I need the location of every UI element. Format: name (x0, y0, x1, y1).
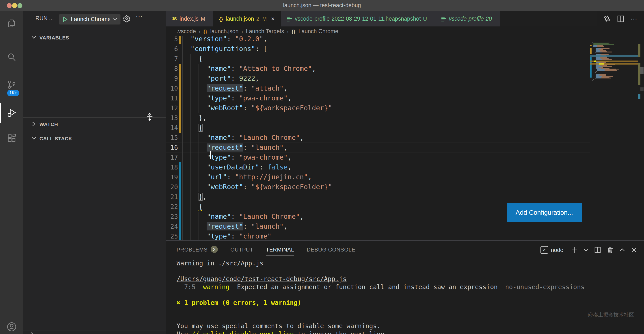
code-text: "url": "http://juejin.cn", (182, 172, 312, 182)
code-text: "version": "0.2.0", (182, 36, 267, 44)
minimap[interactable] (590, 36, 638, 240)
panel-tab-terminal[interactable]: TERMINAL (266, 241, 294, 259)
variables-watch-sash[interactable] (23, 118, 166, 118)
line-number: 20 (166, 182, 178, 192)
sidebar-title: RUN ... (36, 11, 54, 26)
debug-configuration-picker[interactable]: Launch Chrome (59, 14, 120, 25)
code-line-5[interactable]: 5 "version": "0.2.0", (166, 36, 590, 44)
terminal-dropdown-chevron-icon[interactable] (584, 248, 588, 252)
terminal-shell-selector[interactable]: > node (540, 246, 563, 254)
close-panel-icon[interactable] (631, 247, 637, 253)
extensions-icon[interactable] (0, 127, 23, 149)
code-line-13[interactable]: 13 }, (166, 113, 590, 123)
code-line-12[interactable]: 12 "webRoot": "${workspaceFolder}" (166, 103, 590, 113)
code-text: "request": "attach", (182, 84, 288, 93)
heapsnapshot-list-icon (441, 16, 446, 21)
editor-tab-index.js[interactable]: JSindex.jsM (166, 11, 213, 26)
tab-strip: JSindex.jsM{}launch.json2, M×vscode-prof… (166, 11, 500, 26)
minimap-warning-highlight (594, 60, 596, 62)
code-line-20[interactable]: 20 "webRoot": "${workspaceFolder}" (166, 182, 590, 192)
gutter-modified-indicator (179, 64, 180, 74)
code-line-8[interactable]: 8 "name": "Attach to Chrome", (166, 64, 590, 74)
panel-tab-debug-console[interactable]: DEBUG CONSOLE (307, 241, 356, 259)
more-editor-actions-icon[interactable]: ⋯ (630, 14, 638, 23)
split-editor-icon[interactable] (617, 15, 624, 22)
editor-tab-vscode-profile-2022-08-29-12-01-11.heapsnapshot[interactable]: vscode-profile-2022-08-29-12-01-11.heaps… (281, 11, 435, 26)
code-line-6[interactable]: 6 "configurations": [ (166, 44, 590, 54)
editor-tab-launch.json[interactable]: {}launch.json2, M× (213, 11, 281, 26)
tab-dirty-badge: M (201, 16, 205, 22)
code-line-17[interactable]: 17 "type": "pwa-chrome", (166, 152, 590, 162)
start-debugging-icon[interactable] (62, 16, 68, 22)
search-icon[interactable] (0, 47, 23, 68)
code-line-7[interactable]: 7 { (166, 54, 590, 64)
code-line-24[interactable]: 24 "request": "launch", (166, 222, 590, 231)
code-line-21[interactable]: 21 }, (166, 192, 590, 202)
minimap-row (596, 57, 607, 58)
minimap-row (597, 70, 617, 71)
add-configuration-button[interactable]: Add Configuration... (507, 203, 582, 222)
panel-tab-problems[interactable]: PROBLEMS2 (176, 241, 218, 259)
terminal-line: Use // eslint-disable-next-line to ignor… (176, 330, 388, 334)
panel-tab-label: TERMINAL (266, 246, 294, 253)
panel-tab-label: PROBLEMS (176, 246, 208, 253)
kill-terminal-trash-icon[interactable] (607, 246, 614, 253)
split-terminal-icon[interactable] (594, 246, 601, 253)
minimap-row (595, 73, 595, 74)
run-and-debug-icon[interactable] (0, 102, 23, 124)
terminal-line: /Users/guang/code/test-react-debug/src/A… (176, 275, 347, 283)
minimap-row (595, 47, 595, 48)
code-line-15[interactable]: 15 "name": "Launch Chrome", (166, 133, 590, 142)
more-actions-icon[interactable]: ⋯ (136, 12, 143, 20)
code-line-16[interactable]: 16 "request": "launch", (166, 142, 590, 152)
editor-tab-vscode-profile-20[interactable]: vscode-profile-20 (435, 11, 500, 26)
line-number: 25 (166, 231, 178, 240)
breadcrumb-item[interactable]: {} Launch Chrome (292, 28, 338, 34)
debug-settings-gear-icon[interactable] (123, 15, 130, 22)
terminal-link[interactable]: /Users/guang/code/test-react-debug/src/A… (176, 275, 347, 282)
breadcrumb: .vscode›{} launch.json›Launch Targets›{}… (166, 26, 644, 36)
maximize-panel-chevron-up-icon[interactable] (619, 247, 625, 253)
overview-ruler[interactable] (638, 36, 644, 240)
breadcrumb-label: Launch Targets (246, 28, 284, 34)
code-line-9[interactable]: 9 "port": 9222, (166, 74, 590, 84)
open-changes-icon[interactable] (603, 15, 611, 22)
source-control-icon[interactable]: 1K+ (0, 74, 23, 96)
minimap-row (596, 71, 597, 72)
minimap-row (595, 72, 596, 73)
minimap-row (596, 49, 603, 50)
code-line-25[interactable]: 25 "type": "chrome" (166, 231, 590, 240)
watch-callstack-sash[interactable] (23, 132, 166, 132)
terminal-link[interactable]: // eslint-disable-next-line (192, 330, 294, 334)
breakpoints-chevron-right-icon[interactable] (30, 332, 34, 334)
code-line-14[interactable]: 14 { (166, 123, 590, 133)
sidebar-section-call-stack[interactable]: CALL STACK (23, 132, 166, 144)
code-line-19[interactable]: 19 "url": "http://juejin.cn", (166, 172, 590, 182)
code-line-11[interactable]: 11 "type": "pwa-chrome", (166, 93, 590, 103)
breadcrumb-item[interactable]: {} launch.json (203, 28, 239, 34)
bottom-panel: PROBLEMS2OUTPUTTERMINALDEBUG CONSOLE > n… (166, 240, 644, 334)
new-terminal-icon[interactable] (571, 246, 578, 253)
accounts-icon[interactable] (0, 316, 23, 334)
titlebar: launch.json — test-react-debug (0, 0, 644, 11)
terminal-output[interactable]: Warning in ./src/App.js/Users/guang/code… (176, 260, 644, 334)
sidebar-section-watch[interactable]: WATCH (23, 118, 166, 130)
breadcrumb-item[interactable]: Launch Targets (246, 28, 284, 34)
code-line-10[interactable]: 10 "request": "attach", (166, 84, 590, 93)
callstack-breakpoints-sash[interactable] (23, 330, 166, 330)
code-line-18[interactable]: 18 "userDataDir": false, (166, 162, 590, 172)
sidebar-section-variables[interactable]: VARIABLES (23, 32, 166, 44)
scrollbar-thumb[interactable] (640, 67, 644, 74)
breadcrumb-item[interactable]: .vscode (176, 28, 196, 34)
line-number: 16 (166, 142, 178, 152)
panel-tab-label: DEBUG CONSOLE (307, 246, 356, 253)
debug-configuration-value: Launch Chrome (71, 16, 110, 22)
gutter-added-indicator (179, 192, 180, 202)
line-number: 8 (166, 64, 178, 74)
close-tab-icon[interactable]: × (271, 15, 274, 22)
panel-tab-output[interactable]: OUTPUT (230, 241, 253, 259)
gutter-modified-indicator (179, 84, 180, 93)
code-editor[interactable]: 5 "version": "0.2.0",6 "configurations":… (166, 36, 644, 240)
explorer-icon[interactable] (0, 12, 23, 34)
breadcrumb-separator: › (287, 28, 289, 35)
